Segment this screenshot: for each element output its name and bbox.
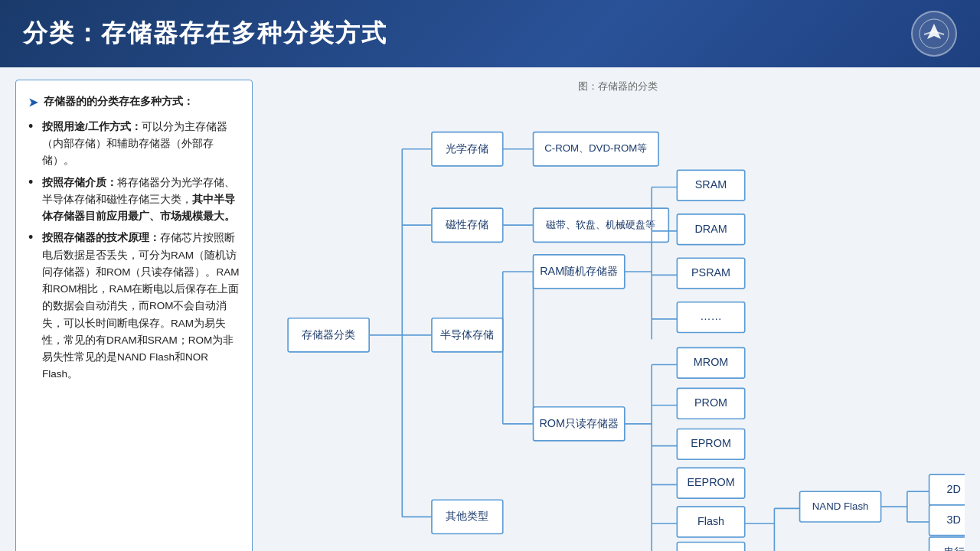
box-rom-text: ROM只读存储器	[539, 417, 619, 429]
header-bullet: ➤ 存储器的的分类存在多种方式：	[28, 93, 240, 112]
box-magnetic-text: 磁性存储	[445, 218, 488, 230]
bullet-dot-2: •	[28, 173, 38, 192]
box-other-text: 其他类型	[446, 510, 488, 522]
box-nand-flash-text: NAND Flash	[812, 500, 869, 512]
box-semi-text: 半导体存储	[440, 328, 494, 341]
arrow-icon: ➤	[28, 93, 39, 112]
box-optical-text: 光学存储	[446, 142, 488, 155]
box-ram-text: RAM随机存储器	[540, 265, 618, 277]
box-dram-text: DRAM	[694, 223, 727, 235]
page-header: 分类：存储器存在多种分类方式	[0, 0, 980, 67]
bullet-text-3: 按照存储器的技术原理：存储芯片按照断电后数据是否丢失，可分为RAM（随机访问存储…	[42, 230, 240, 383]
bullet-text-1: 按照用途/工作方式：可以分为主存储器（内部存储）和辅助存储器（外部存储）。	[42, 119, 240, 170]
box-root-text: 存储器分类	[302, 328, 355, 341]
box-eprom-text: EPROM	[691, 437, 731, 449]
box-serial-text: 串行	[943, 546, 965, 551]
bullet-1: • 按照用途/工作方式：可以分为主存储器（内部存储）和辅助存储器（外部存储）。	[28, 119, 240, 170]
logo	[911, 11, 957, 57]
box-magnetic-sub-text: 磁带、软盘、机械硬盘等	[545, 219, 655, 230]
box-mrom-text: MROM	[694, 356, 728, 368]
left-panel: ➤ 存储器的的分类存在多种方式： • 按照用途/工作方式：可以分为主存储器（内部…	[15, 80, 253, 551]
box-ram-more-text: ……	[700, 310, 722, 322]
left-panel-content: ➤ 存储器的的分类存在多种方式： • 按照用途/工作方式：可以分为主存储器（内部…	[28, 93, 240, 551]
bullet-2: • 按照存储介质：将存储器分为光学存储、半导体存储和磁性存储三大类，其中半导体存…	[28, 174, 240, 226]
right-panel: 图：存储器的分类 存储器分类 光学存储 C-ROM、DVD-ROM等	[271, 80, 965, 551]
box-3d-text: 3D	[946, 514, 960, 526]
diagram-label: 图：存储器的分类	[271, 80, 965, 93]
diagram-svg: 存储器分类 光学存储 C-ROM、DVD-ROM等 磁性存储	[271, 101, 965, 551]
bullet-dot-3: •	[28, 228, 38, 247]
box-sram-text: SRAM	[695, 178, 727, 191]
box-prom-text: PROM	[694, 396, 727, 409]
page-title: 分类：存储器存在多种分类方式	[23, 17, 387, 51]
box-2d-text: 2D	[946, 483, 960, 495]
box-psram-text: PSRAM	[691, 266, 730, 279]
bullet-dot-1: •	[28, 117, 38, 136]
box-flash-text: Flash	[697, 515, 724, 527]
diagram-area: 存储器分类 光学存储 C-ROM、DVD-ROM等 磁性存储	[271, 101, 965, 551]
main-content: ➤ 存储器的的分类存在多种方式： • 按照用途/工作方式：可以分为主存储器（内部…	[0, 67, 980, 551]
bullet-text-2: 按照存储介质：将存储器分为光学存储、半导体存储和磁性存储三大类，其中半导体存储器…	[42, 174, 240, 226]
bullet-3: • 按照存储器的技术原理：存储芯片按照断电后数据是否丢失，可分为RAM（随机访问…	[28, 230, 240, 383]
box-optical-sub-text: C-ROM、DVD-ROM等	[544, 142, 647, 154]
box-eeprom-text: EEPROM	[687, 476, 734, 488]
